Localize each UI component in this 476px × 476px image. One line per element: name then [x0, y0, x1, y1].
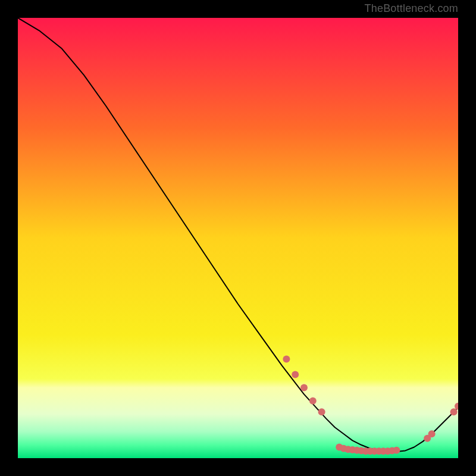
data-marker: [300, 384, 308, 392]
chart-stage: TheBottleneck.com: [0, 0, 476, 476]
data-marker: [450, 408, 458, 415]
chart-background: [18, 18, 458, 458]
data-marker: [309, 397, 317, 405]
data-marker: [393, 447, 400, 454]
data-marker: [283, 356, 290, 363]
chart-svg: [18, 18, 458, 458]
data-marker: [428, 430, 436, 437]
data-marker: [292, 371, 299, 378]
data-marker: [318, 408, 325, 415]
watermark-label: TheBottleneck.com: [365, 2, 458, 15]
plot-area: [18, 18, 458, 458]
